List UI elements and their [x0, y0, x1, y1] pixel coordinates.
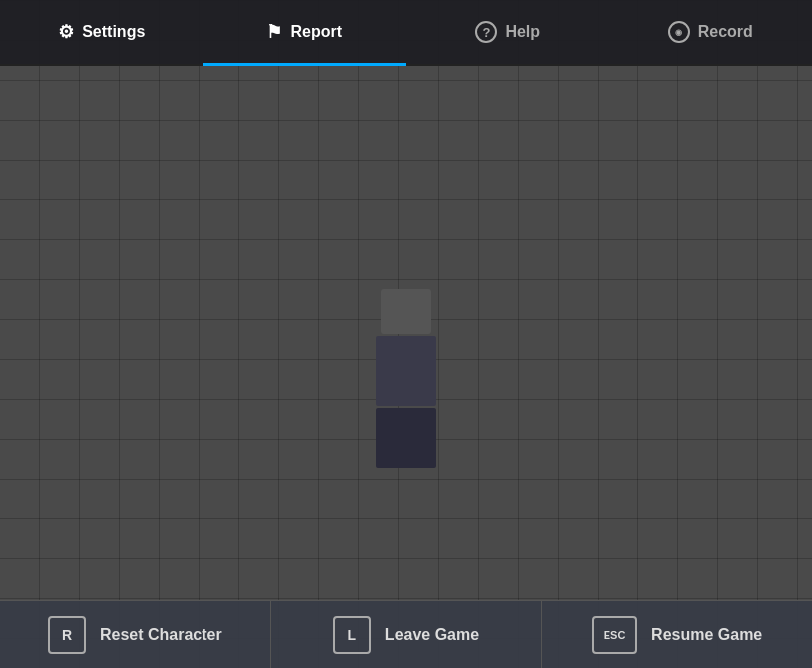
nav-report-label: Report [290, 23, 342, 41]
leave-game-label: Leave Game [385, 626, 479, 644]
character-model [361, 289, 451, 489]
nav-settings[interactable]: ⚙ Settings [0, 0, 203, 64]
report-icon: ⚑ [266, 21, 282, 43]
nav-report[interactable]: ⚑ Report [203, 0, 407, 64]
help-icon: ? [475, 21, 497, 43]
nav-bar: ⚙ Settings ⚑ Report ? Help ◉ Record [0, 0, 812, 66]
record-icon: ◉ [668, 21, 690, 43]
leave-key-badge: L [333, 616, 371, 654]
reset-key-badge: R [48, 616, 86, 654]
nav-help[interactable]: ? Help [406, 0, 609, 64]
reset-character-label: Reset Character [100, 626, 222, 644]
nav-help-label: Help [505, 23, 540, 41]
nav-record-label: Record [698, 23, 753, 41]
resume-game-label: Resume Game [651, 626, 762, 644]
nav-record[interactable]: ◉ Record [609, 0, 813, 64]
leave-game-button[interactable]: L Leave Game [271, 600, 543, 668]
nav-settings-label: Settings [82, 23, 145, 41]
bottom-bar: R Reset Character L Leave Game ESC Resum… [0, 600, 812, 668]
resume-game-button[interactable]: ESC Resume Game [542, 600, 812, 668]
resume-key-badge: ESC [592, 616, 637, 654]
reset-character-button[interactable]: R Reset Character [0, 600, 271, 668]
settings-icon: ⚙ [58, 21, 74, 43]
